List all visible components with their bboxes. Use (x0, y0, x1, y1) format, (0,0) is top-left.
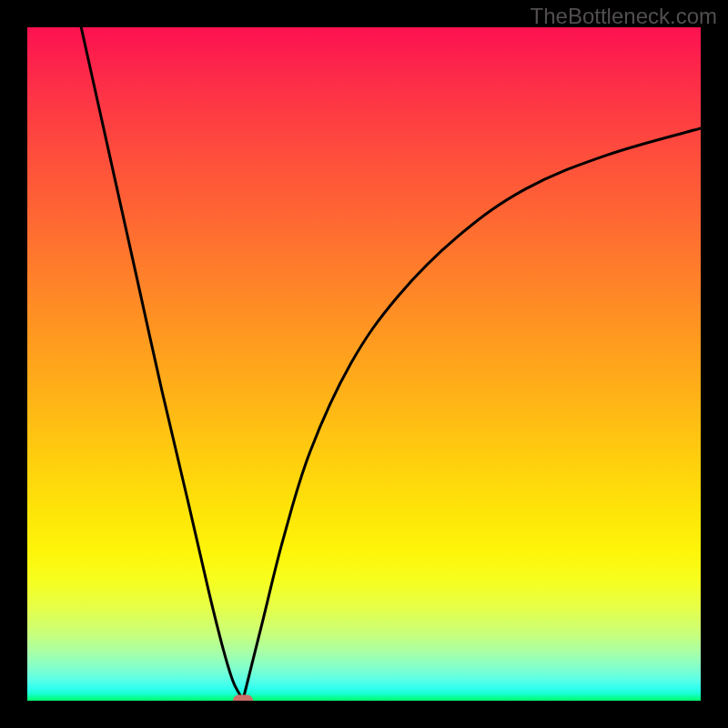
minimum-marker (233, 695, 253, 702)
plot-area (27, 27, 701, 701)
curve-layer (27, 27, 701, 701)
curve-path (81, 27, 701, 701)
watermark-text: TheBottleneck.com (531, 4, 717, 29)
chart-frame: TheBottleneck.com (0, 0, 728, 728)
